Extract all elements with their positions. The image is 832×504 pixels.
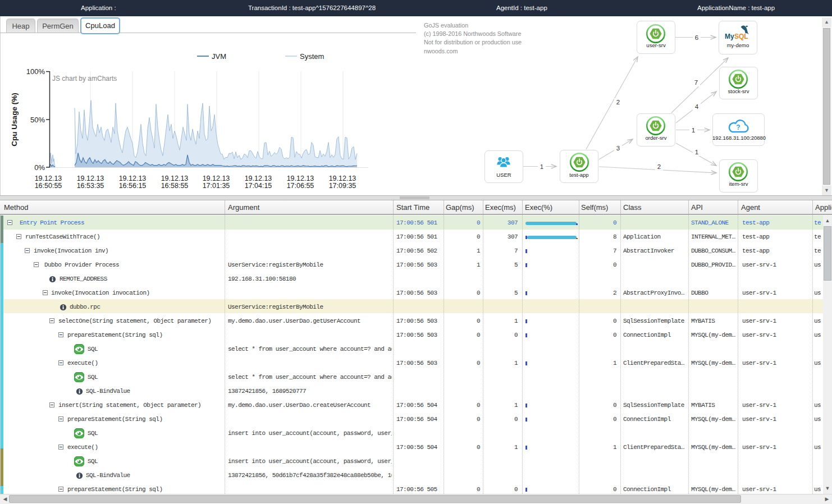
svg-text:6: 6: [695, 34, 698, 41]
svg-text:Cpu Usage (%): Cpu Usage (%): [10, 93, 19, 146]
svg-text:JS chart by amCharts: JS chart by amCharts: [52, 75, 117, 83]
svg-text:0%: 0%: [34, 163, 45, 172]
svg-text:3: 3: [616, 145, 620, 152]
svg-text:1: 1: [695, 149, 698, 155]
svg-text:16:56:15: 16:56:15: [119, 182, 147, 190]
svg-text:100%: 100%: [26, 67, 45, 76]
svg-text:50%: 50%: [30, 116, 45, 124]
svg-text:JVM: JVM: [212, 52, 226, 61]
svg-text:19.12.13: 19.12.13: [119, 175, 147, 182]
svg-text:?: ?: [736, 123, 740, 131]
svg-text:2: 2: [616, 99, 620, 106]
svg-text:2: 2: [657, 163, 661, 170]
svg-text:16:50:55: 16:50:55: [35, 182, 62, 190]
svg-text:19.12.13: 19.12.13: [329, 175, 356, 182]
svg-text:19.12.13: 19.12.13: [35, 175, 62, 182]
svg-text:19.12.13: 19.12.13: [77, 175, 104, 182]
svg-text:17:01:35: 17:01:35: [203, 182, 230, 190]
svg-text:My: My: [725, 33, 734, 40]
svg-text:19.12.13: 19.12.13: [245, 175, 272, 182]
svg-text:17:09:35: 17:09:35: [329, 182, 356, 190]
svg-text:1: 1: [692, 127, 695, 134]
svg-text:4: 4: [695, 103, 699, 110]
svg-text:19.12.13: 19.12.13: [161, 175, 189, 182]
svg-text:19.12.13: 19.12.13: [203, 175, 230, 182]
svg-text:7: 7: [694, 79, 698, 86]
svg-text:19.12.13: 19.12.13: [287, 175, 314, 182]
svg-text:SQL: SQL: [734, 33, 748, 40]
svg-text:17:04:15: 17:04:15: [245, 182, 272, 190]
svg-text:System: System: [300, 52, 324, 61]
svg-text:17:06:55: 17:06:55: [287, 182, 314, 190]
svg-text:16:53:35: 16:53:35: [77, 182, 104, 190]
svg-text:16:58:55: 16:58:55: [161, 182, 189, 190]
svg-text:1: 1: [540, 163, 543, 170]
